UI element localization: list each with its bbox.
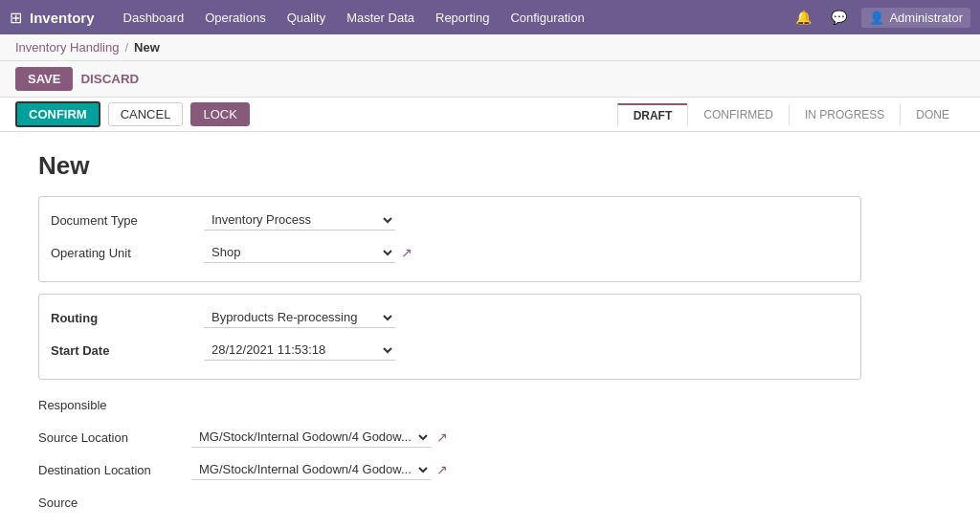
nav-operations[interactable]: Operations — [195, 7, 276, 29]
nav-menu: Dashboard Operations Quality Master Data… — [114, 7, 791, 29]
nav-configuration[interactable]: Configuration — [501, 7, 593, 29]
responsible-label: Responsible — [38, 398, 191, 412]
operating-unit-link-icon[interactable]: ↗ — [401, 245, 412, 260]
document-type-row: Document Type Inventory Process — [51, 207, 849, 233]
source-location-label: Source Location — [38, 430, 191, 445]
app-name: Inventory — [30, 10, 95, 26]
cancel-button[interactable]: CANCEL — [108, 102, 184, 126]
chat-icon[interactable]: 💬 — [826, 8, 852, 27]
notification-icon[interactable]: 🔔 — [791, 8, 816, 27]
nav-right: 🔔 💬 👤 Administrator — [791, 8, 970, 28]
vehicle-name-row: Vehicle Name — [38, 521, 861, 528]
nav-master-data[interactable]: Master Data — [337, 7, 424, 29]
app-logo[interactable]: ⊞ Inventory — [10, 9, 95, 27]
source-location-select[interactable]: MG/Stock/Internal Godown/4 Godow... — [191, 427, 431, 448]
destination-location-value: MG/Stock/Internal Godown/4 Godow... ↗ — [191, 459, 861, 480]
document-type-select[interactable]: Inventory Process — [204, 209, 395, 231]
destination-location-link-icon[interactable]: ↗ — [436, 462, 448, 477]
nav-dashboard[interactable]: Dashboard — [114, 7, 194, 29]
source-location-link-icon[interactable]: ↗ — [436, 429, 448, 445]
status-done: DONE — [900, 104, 965, 125]
start-date-value: 28/12/2021 11:53:18 — [204, 340, 849, 361]
routing-label: Routing — [51, 311, 204, 325]
operating-unit-row: Operating Unit Shop ↗ — [51, 239, 849, 266]
page-title: New — [38, 151, 942, 181]
source-label: Source — [38, 495, 191, 510]
top-navigation: ⊞ Inventory Dashboard Operations Quality… — [0, 0, 980, 34]
nav-quality[interactable]: Quality — [278, 7, 335, 29]
breadcrumb-current: New — [134, 40, 160, 55]
source-row: Source — [38, 489, 861, 516]
breadcrumb-separator: / — [124, 40, 128, 55]
status-bar: DRAFT CONFIRMED IN PROGRESS DONE — [617, 103, 965, 126]
routing-value: Byproducts Re-processing — [204, 307, 849, 328]
nav-reporting[interactable]: Reporting — [426, 7, 499, 29]
breadcrumb-parent[interactable]: Inventory Handling — [15, 40, 119, 55]
main-content: New Document Type Inventory Process Oper… — [0, 132, 980, 528]
responsible-row: Responsible — [38, 391, 861, 418]
grid-icon: ⊞ — [10, 9, 22, 27]
avatar: 👤 — [869, 11, 884, 25]
routing-select[interactable]: Byproducts Re-processing — [204, 307, 395, 328]
operating-unit-select[interactable]: Shop — [204, 242, 395, 263]
document-type-label: Document Type — [51, 213, 204, 228]
confirm-button[interactable]: CONFIRM — [15, 101, 100, 127]
start-date-label: Start Date — [51, 343, 204, 358]
routing-row: Routing Byproducts Re-processing — [51, 304, 849, 331]
start-date-select[interactable]: 28/12/2021 11:53:18 — [204, 340, 395, 361]
username: Administrator — [889, 11, 963, 25]
status-confirmed: CONFIRMED — [687, 104, 789, 125]
status-draft: DRAFT — [617, 103, 688, 126]
user-menu[interactable]: 👤 Administrator — [861, 8, 970, 28]
discard-button[interactable]: DISCARD — [80, 72, 139, 86]
start-date-row: Start Date 28/12/2021 11:53:18 — [51, 337, 849, 363]
form-section-routing: Routing Byproducts Re-processing Start D… — [38, 294, 861, 380]
source-location-value: MG/Stock/Internal Godown/4 Godow... ↗ — [191, 427, 861, 448]
status-in-progress: IN PROGRESS — [789, 104, 900, 125]
destination-location-row: Destination Location MG/Stock/Internal G… — [38, 456, 861, 483]
save-button[interactable]: SAVE — [15, 67, 73, 91]
operating-unit-value: Shop ↗ — [204, 242, 849, 263]
operating-unit-label: Operating Unit — [51, 246, 204, 260]
destination-location-select[interactable]: MG/Stock/Internal Godown/4 Godow... — [191, 459, 431, 480]
destination-location-label: Destination Location — [38, 463, 191, 477]
document-type-value: Inventory Process — [204, 209, 849, 231]
form-section-top: Document Type Inventory Process Operatin… — [38, 196, 861, 282]
source-location-row: Source Location MG/Stock/Internal Godown… — [38, 424, 861, 451]
action-bar-top: SAVE DISCARD — [0, 61, 980, 98]
lock-button[interactable]: LOCK — [190, 102, 249, 126]
breadcrumb: Inventory Handling / New — [0, 34, 980, 61]
